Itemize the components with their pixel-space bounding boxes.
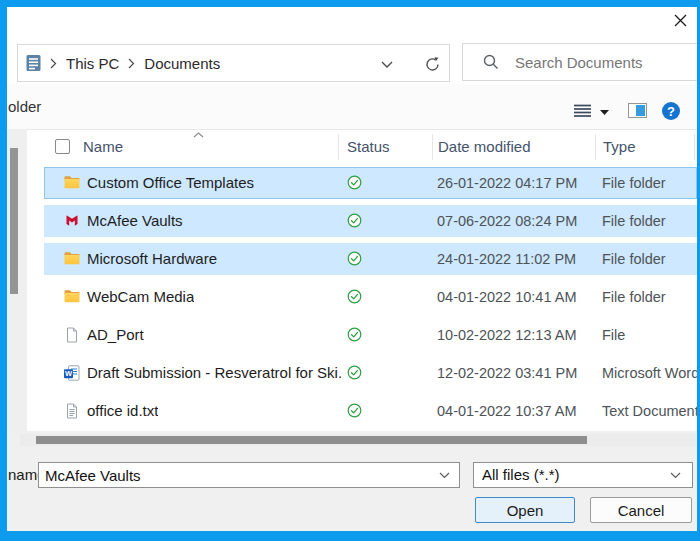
- file-name-input[interactable]: [39, 463, 459, 487]
- column-header-type[interactable]: Type: [603, 130, 636, 164]
- list-view-icon[interactable]: [574, 104, 591, 118]
- file-date-modified: 26-01-2022 04:17 PM: [437, 164, 577, 202]
- file-name: McAfee Vaults: [87, 202, 183, 240]
- chevron-down-icon[interactable]: [439, 472, 450, 479]
- open-button[interactable]: Open: [475, 497, 575, 523]
- svg-text:?: ?: [667, 104, 675, 119]
- open-button-label: Open: [507, 502, 544, 519]
- file-name: office id.txt: [87, 392, 158, 430]
- horizontal-scrollbar-thumb[interactable]: [36, 436, 587, 444]
- table-row[interactable]: W Draft Submission - Resveratrol for Ski…: [27, 354, 697, 392]
- sync-status-synced-icon: [347, 213, 362, 228]
- file-type-value: All files (*.*): [482, 466, 560, 483]
- file-type-select[interactable]: All files (*.*): [473, 462, 693, 488]
- window-border-left: [0, 0, 7, 541]
- file-list-rows: Custom Office Templates 26-01-2022 04:17…: [27, 164, 697, 430]
- preview-pane-icon[interactable]: [628, 103, 647, 118]
- file-type: Microsoft Word: [602, 354, 697, 392]
- documents-icon: [26, 54, 41, 72]
- address-dropdown-chevron-icon[interactable]: [381, 61, 393, 69]
- file-type: Text Document: [602, 392, 697, 430]
- column-header-status[interactable]: Status: [347, 130, 390, 164]
- file-type: File: [602, 316, 697, 354]
- column-header-date-modified[interactable]: Date modified: [438, 130, 531, 164]
- file-icon: [64, 327, 80, 343]
- file-date-modified: 07-06-2022 08:24 PM: [437, 202, 577, 240]
- column-header-name[interactable]: Name: [83, 130, 123, 164]
- file-type: File folder: [602, 202, 697, 240]
- cancel-button-label: Cancel: [618, 502, 665, 519]
- file-name: AD_Port: [87, 316, 144, 354]
- open-file-dialog: This PC Documents older ?: [0, 0, 700, 541]
- folder-icon: [64, 175, 80, 191]
- sync-status-synced-icon: [347, 365, 362, 380]
- column-header-row: Name Status Date modified Type: [27, 130, 697, 164]
- help-icon[interactable]: ?: [661, 101, 681, 121]
- window-border-top: [0, 0, 700, 7]
- vertical-scrollbar-thumb[interactable]: [10, 148, 18, 294]
- search-input[interactable]: [513, 53, 663, 72]
- sync-status-synced-icon: [347, 403, 362, 418]
- file-name: Microsoft Hardware: [87, 240, 217, 278]
- file-date-modified: 04-01-2022 10:41 AM: [437, 278, 576, 316]
- word-icon: W: [64, 365, 80, 381]
- table-row[interactable]: AD_Port 10-02-2022 12:13 AM File: [27, 316, 697, 354]
- file-date-modified: 04-01-2022 10:37 AM: [437, 392, 576, 430]
- folder-icon: [64, 251, 80, 267]
- file-name-combobox[interactable]: [38, 462, 460, 488]
- toolbar: [7, 84, 697, 129]
- view-dropdown-caret-icon[interactable]: [600, 110, 609, 115]
- address-bar[interactable]: This PC Documents: [17, 44, 450, 82]
- file-list: Name Status Date modified Type Custom Of…: [27, 129, 697, 431]
- table-row[interactable]: Custom Office Templates 26-01-2022 04:17…: [27, 164, 697, 202]
- text-icon: [64, 403, 80, 419]
- mcafee-icon: [64, 213, 80, 229]
- breadcrumb-this-pc[interactable]: This PC: [66, 55, 119, 72]
- svg-text:W: W: [65, 369, 73, 378]
- breadcrumb-chevron-icon: [128, 58, 135, 69]
- file-date-modified: 12-02-2022 03:41 PM: [437, 354, 577, 392]
- refresh-icon[interactable]: [424, 56, 441, 73]
- cancel-button[interactable]: Cancel: [590, 497, 692, 523]
- file-type: File folder: [602, 278, 697, 316]
- new-folder-button-label[interactable]: older: [8, 84, 41, 129]
- file-date-modified: 24-01-2022 11:02 PM: [437, 240, 576, 278]
- table-row[interactable]: office id.txt 04-01-2022 10:37 AM Text D…: [27, 392, 697, 430]
- file-name: WebCam Media: [87, 278, 194, 316]
- window-border-bottom: [0, 531, 700, 541]
- breadcrumb-documents[interactable]: Documents: [144, 55, 220, 72]
- select-all-checkbox[interactable]: [55, 139, 70, 154]
- breadcrumb-chevron-icon: [50, 58, 57, 69]
- column-divider[interactable]: [694, 134, 695, 160]
- close-icon: [674, 14, 687, 27]
- close-button[interactable]: [664, 6, 696, 34]
- sync-status-synced-icon: [347, 289, 362, 304]
- sort-ascending-icon: [193, 132, 204, 138]
- column-divider[interactable]: [595, 134, 596, 160]
- column-divider[interactable]: [338, 134, 339, 160]
- chevron-down-icon: [670, 472, 681, 479]
- file-name: Custom Office Templates: [87, 164, 254, 202]
- sync-status-synced-icon: [347, 327, 362, 342]
- sync-status-synced-icon: [347, 175, 362, 190]
- file-type: File folder: [602, 240, 697, 278]
- search-icon: [483, 54, 499, 70]
- table-row[interactable]: WebCam Media 04-01-2022 10:41 AM File fo…: [27, 278, 697, 316]
- file-name: Draft Submission - Resveratrol for Ski..…: [87, 354, 341, 392]
- file-type: File folder: [602, 164, 697, 202]
- folder-icon: [64, 289, 80, 305]
- table-row[interactable]: McAfee Vaults 07-06-2022 08:24 PM File f…: [27, 202, 697, 240]
- sync-status-synced-icon: [347, 251, 362, 266]
- column-divider[interactable]: [432, 134, 433, 160]
- table-row[interactable]: Microsoft Hardware 24-01-2022 11:02 PM F…: [27, 240, 697, 278]
- file-date-modified: 10-02-2022 12:13 AM: [437, 316, 576, 354]
- search-box[interactable]: [462, 43, 698, 81]
